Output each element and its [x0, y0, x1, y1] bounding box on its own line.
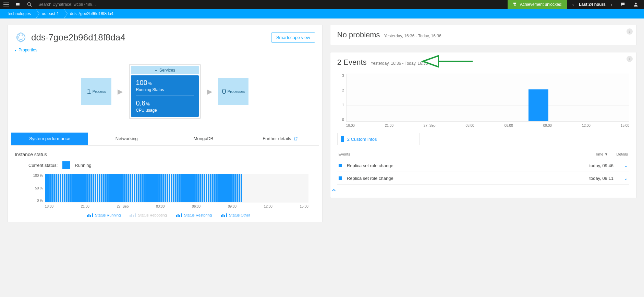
- breadcrumb: Technologies us-east-1 dds-7goe2b96d18f8…: [0, 9, 644, 18]
- properties-toggle[interactable]: ▾ Properties: [8, 48, 322, 54]
- event-time: today, 09:46: [589, 163, 613, 168]
- expand-chevron-icon[interactable]: ⌄: [624, 175, 628, 181]
- info-icon[interactable]: i: [627, 28, 633, 35]
- svg-point-7: [19, 35, 23, 40]
- flow-arrow-icon: ▶: [118, 87, 123, 96]
- status-legend: Status Running Status Rebooting Status R…: [28, 208, 308, 219]
- event-type-swatch: [339, 164, 342, 167]
- events-chart: 3 2 1 0 18:0021:0027. Sep03:0006:0009:00…: [330, 72, 636, 128]
- breadcrumb-item[interactable]: us-east-1: [36, 9, 64, 18]
- timeframe-label: Last 24 hours: [579, 2, 606, 7]
- entity-tech-icon: [15, 31, 27, 44]
- svg-rect-1: [3, 4, 9, 4]
- legend-item[interactable]: Status Other: [221, 213, 250, 217]
- menu-icon[interactable]: [3, 1, 10, 8]
- entity-panel: dds-7goe2b96d18f8da4 Smartscape view ▾ P…: [8, 25, 323, 222]
- outgoing-processes-box[interactable]: 0Processes: [218, 78, 248, 105]
- problems-range: Yesterday, 16:36 - Today, 16:36: [384, 34, 441, 38]
- breadcrumb-item[interactable]: dds-7goe2b96d18f8da4: [64, 9, 118, 18]
- instance-status-chart: 100 % 50 % 0 % 18:0021:0027. Sep03:0006:…: [8, 172, 322, 222]
- achievement-banner[interactable]: Achievement unlocked!: [508, 0, 567, 9]
- problems-title: No problems: [337, 30, 380, 39]
- filter-swatch: [341, 136, 344, 142]
- events-panel: i 2 Events Yesterday, 16:36 - Today, 16:…: [330, 52, 636, 198]
- event-time: today, 09:11: [589, 176, 613, 181]
- current-status: Current status: Running: [8, 161, 322, 172]
- svg-point-6: [635, 3, 636, 4]
- user-icon[interactable]: [632, 1, 639, 8]
- expand-chevron-icon[interactable]: ⌄: [624, 163, 628, 168]
- custom-infos-filter[interactable]: 2 Custom infos: [337, 133, 420, 145]
- chevron-down-icon: ▾: [15, 48, 16, 52]
- legend-item[interactable]: Status Restoring: [176, 213, 212, 217]
- entity-title: dds-7goe2b96d18f8da4: [31, 32, 125, 43]
- breadcrumb-item[interactable]: Technologies: [1, 9, 36, 18]
- events-plot[interactable]: [346, 74, 629, 122]
- events-bar: [528, 89, 548, 121]
- legend-item[interactable]: Status Rebooting: [130, 213, 167, 217]
- event-type-swatch: [339, 176, 342, 180]
- topology-flow: 1Process ▶ – Services 100% Running Statu…: [8, 54, 322, 133]
- event-name: Replica set role change: [347, 176, 393, 181]
- status-bars[interactable]: [45, 174, 308, 202]
- properties-label: Properties: [19, 48, 37, 52]
- col-time[interactable]: Time ▼: [595, 152, 608, 156]
- events-table: Events Time ▼ Details Replica set role c…: [330, 145, 636, 185]
- chat-icon[interactable]: [619, 1, 626, 8]
- legend-item[interactable]: Status Running: [87, 213, 121, 217]
- entity-metrics-tile[interactable]: – Services 100% Running Status 0.6% CPU …: [129, 64, 201, 119]
- topbar: Achievement unlocked! ‹ Last 24 hours ›: [0, 0, 644, 9]
- incoming-process-box[interactable]: 1Process: [81, 78, 111, 105]
- flow-arrow-icon: ▶: [207, 87, 212, 96]
- tab-system-performance[interactable]: System performance: [11, 133, 88, 145]
- services-toggle[interactable]: – Services: [131, 66, 199, 74]
- problems-panel: i No problems Yesterday, 16:36 - Today, …: [330, 25, 636, 45]
- svg-point-4: [28, 3, 31, 5]
- metric-tile: 100% Running Status 0.6% CPU usage: [131, 75, 199, 117]
- events-title: 2 Events: [337, 58, 367, 67]
- svg-rect-3: [16, 3, 20, 5]
- current-status-value: Running: [75, 163, 91, 168]
- instance-status-title: Instance status: [8, 146, 322, 161]
- smartscape-view-button[interactable]: Smartscape view: [271, 33, 315, 42]
- search-input[interactable]: [38, 2, 141, 7]
- timeframe-picker[interactable]: ‹ Last 24 hours ›: [567, 2, 617, 7]
- dashboard-icon[interactable]: [14, 1, 21, 8]
- event-name: Replica set role change: [347, 163, 393, 168]
- trophy-icon: [512, 2, 517, 7]
- status-color-swatch: [62, 161, 70, 169]
- tab-further-details[interactable]: Further details: [242, 133, 319, 145]
- collapse-events-button[interactable]: [330, 185, 636, 198]
- chevron-left-icon[interactable]: ‹: [571, 2, 575, 7]
- external-link-icon: [294, 137, 298, 141]
- tab-networking[interactable]: Networking: [88, 133, 165, 145]
- svg-rect-2: [3, 6, 9, 6]
- tab-mongodb[interactable]: MongoDB: [165, 133, 242, 145]
- achievement-text: Achievement unlocked!: [520, 2, 562, 7]
- col-events[interactable]: Events: [339, 152, 350, 156]
- col-details[interactable]: Details: [616, 152, 628, 156]
- svg-rect-0: [3, 3, 9, 3]
- event-row[interactable]: Replica set role change today, 09:46 ⌄: [337, 159, 629, 172]
- chevron-right-icon[interactable]: ›: [609, 2, 614, 7]
- event-row[interactable]: Replica set role change today, 09:11 ⌄: [337, 172, 629, 185]
- events-range: Yesterday, 16:36 - Today, 16:36: [371, 61, 428, 66]
- search-icon[interactable]: [26, 1, 33, 8]
- svg-line-5: [30, 5, 32, 7]
- detail-tabs: System performance Networking MongoDB Fu…: [11, 133, 319, 146]
